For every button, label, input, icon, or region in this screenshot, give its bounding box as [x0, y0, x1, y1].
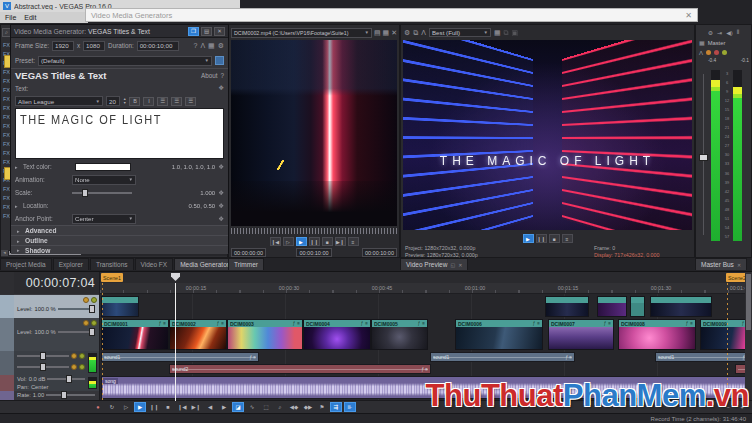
timeline-time-display[interactable]: 00:00:07:04: [14, 272, 99, 294]
anchor-point-dropdown[interactable]: Center▼: [72, 214, 136, 224]
tab-project-media[interactable]: Project Media: [0, 258, 52, 270]
video-clip[interactable]: DCIM0001ƒ≡: [101, 319, 169, 350]
clip-fx-icon[interactable]: ƒ ≡: [250, 355, 256, 360]
clip-fx-icon[interactable]: ƒ: [533, 321, 536, 326]
tab-explorer[interactable]: Explorer: [53, 258, 89, 270]
clip-fx-icon[interactable]: ƒ: [742, 321, 745, 326]
loop-playback-button[interactable]: ↻: [106, 402, 118, 412]
mute-icon[interactable]: [706, 50, 711, 55]
animate-icon[interactable]: ❖: [218, 202, 224, 210]
floating-window-titlebar[interactable]: Video Media Generators ✕: [85, 8, 698, 22]
menu-edit[interactable]: Edit: [24, 14, 36, 21]
trim-play-from-start-button[interactable]: ▷: [283, 237, 294, 246]
trim-stop-button[interactable]: ■: [322, 237, 333, 246]
audio-track-sound2[interactable]: sound2ƒ ≡: [100, 363, 745, 375]
clip-menu-icon[interactable]: ≡: [422, 321, 425, 326]
audio-clip[interactable]: sound2ƒ ≡: [169, 364, 431, 374]
tab-transitions[interactable]: Transitions: [90, 258, 134, 270]
next-marker-button[interactable]: ◆▶: [302, 402, 314, 412]
font-family-dropdown[interactable]: Alien League▼: [15, 96, 103, 106]
clip-fx-icon[interactable]: ƒ: [686, 321, 689, 326]
title-clip[interactable]: [630, 296, 645, 317]
plugin-help-icon[interactable]: ?: [220, 72, 224, 79]
clip-menu-icon[interactable]: ≡: [690, 321, 693, 326]
trim-length-time[interactable]: 00:00:10:00: [362, 248, 397, 257]
title-text-input[interactable]: THE MAGIC OF LIGHT: [15, 108, 224, 159]
insert-marker-button[interactable]: ⚑: [316, 402, 328, 412]
level-slider[interactable]: [58, 308, 95, 310]
track1-color-tab[interactable]: [0, 295, 14, 318]
about-link[interactable]: About: [201, 72, 217, 79]
trim-go-start-button[interactable]: ❙◀: [270, 237, 281, 246]
envelope-edit-tool-button[interactable]: ∿: [246, 402, 258, 412]
clip-fx-icon[interactable]: ƒ: [217, 321, 220, 326]
scale-slider[interactable]: [72, 192, 132, 194]
trimmer-waveform-strip[interactable]: [231, 228, 397, 234]
grid-icon[interactable]: ▦: [208, 42, 215, 50]
gear-icon[interactable]: ⚙: [404, 29, 410, 37]
clip-fx-icon[interactable]: ƒ ≡: [566, 355, 572, 360]
clip-fx-icon[interactable]: ƒ: [604, 321, 607, 326]
title-clip[interactable]: [101, 296, 139, 317]
record-button[interactable]: ●: [92, 402, 104, 412]
play-button[interactable]: ▶: [134, 402, 146, 412]
font-size-field[interactable]: 20: [106, 96, 120, 106]
expander-icon[interactable]: ▸: [15, 203, 20, 209]
mute-button[interactable]: [71, 353, 77, 359]
video-clip[interactable]: DCIM0008ƒ≡: [618, 319, 696, 350]
trimmer-video-frame[interactable]: [231, 40, 397, 226]
clip-menu-icon[interactable]: ≡: [608, 321, 611, 326]
preview-menu-button[interactable]: ≡: [562, 234, 573, 243]
speaker-icon[interactable]: ◀): [726, 29, 733, 36]
solo-icon[interactable]: [722, 50, 727, 55]
video-clip[interactable]: DCIM0004ƒ≡: [303, 319, 371, 350]
auto-ripple-button[interactable]: ⇶: [330, 402, 342, 412]
mute-button[interactable]: [83, 297, 89, 303]
audio-clip[interactable]: sound1ƒ ≡: [430, 352, 575, 362]
audio-clip[interactable]: sound1ƒ ≡: [101, 352, 259, 362]
close-icon[interactable]: ✕: [391, 29, 397, 37]
animate-icon[interactable]: ❖: [218, 189, 224, 197]
animate-icon[interactable]: ❖: [218, 215, 224, 223]
scroll-left-arrow-icon[interactable]: ◄: [1, 250, 8, 256]
video-clip[interactable]: DCIM0003ƒ≡: [227, 319, 303, 350]
previous-frame-button[interactable]: ◀: [204, 402, 216, 412]
scrollbar-thumb[interactable]: [746, 274, 751, 330]
normal-edit-tool-button[interactable]: ◪: [232, 402, 244, 412]
mute-button[interactable]: [71, 364, 77, 370]
menu-file[interactable]: File: [5, 14, 16, 21]
audio-clip[interactable]: sound1ƒ ≡: [655, 352, 745, 362]
clip-menu-icon[interactable]: ≡: [365, 321, 368, 326]
section-outline[interactable]: ▸ Outline: [11, 235, 228, 245]
preview-stop-button[interactable]: ■: [549, 234, 560, 243]
clip-menu-icon[interactable]: ≡: [297, 321, 300, 326]
frame-height-field[interactable]: 1080: [83, 41, 105, 51]
trim-pause-button[interactable]: ❙❙: [309, 237, 320, 246]
list-icon[interactable]: ▤: [374, 29, 381, 37]
video-clip[interactable]: DCIM0005ƒ≡: [371, 319, 428, 350]
timeline-ruler[interactable]: 00:00:1500:00:3000:00:4500:01:0000:01:15…: [100, 283, 745, 294]
tab-close-icon[interactable]: ✕: [737, 262, 741, 268]
frame-width-field[interactable]: 1920: [52, 41, 74, 51]
duration-field[interactable]: 00:00:10;00: [137, 41, 179, 51]
text-color-swatch[interactable]: [75, 163, 131, 171]
expander-icon[interactable]: ▸: [15, 164, 20, 170]
clip-fx-icon[interactable]: ƒ: [418, 321, 421, 326]
tab-close-icon[interactable]: ✕: [458, 262, 462, 268]
pause-button[interactable]: ❙❙: [148, 402, 160, 412]
previous-marker-button[interactable]: ◀◆: [288, 402, 300, 412]
preview-pause-button[interactable]: ❙❙: [536, 234, 547, 243]
video-clip[interactable]: DCIM0007ƒ≡: [548, 319, 614, 350]
track2-color-tab[interactable]: [0, 318, 14, 351]
clip-menu-icon[interactable]: ≡: [221, 321, 224, 326]
marker[interactable]: Scene2: [726, 273, 745, 282]
trim-end-time[interactable]: 00:00:10:00: [296, 248, 331, 257]
solo-button[interactable]: [79, 353, 85, 359]
animate-icon[interactable]: ❖: [218, 84, 224, 92]
title-clip[interactable]: [597, 296, 627, 317]
tab-video-preview[interactable]: Video Preview ◱ ✕: [400, 258, 468, 270]
insert-fx-icon[interactable]: ⇥: [717, 29, 722, 36]
clip-fx-icon[interactable]: ƒ: [159, 321, 162, 326]
tab-float-icon[interactable]: ◱: [450, 262, 455, 268]
track-header-audio2[interactable]: Vol:0.0 dB Pan:Center: [14, 375, 99, 391]
